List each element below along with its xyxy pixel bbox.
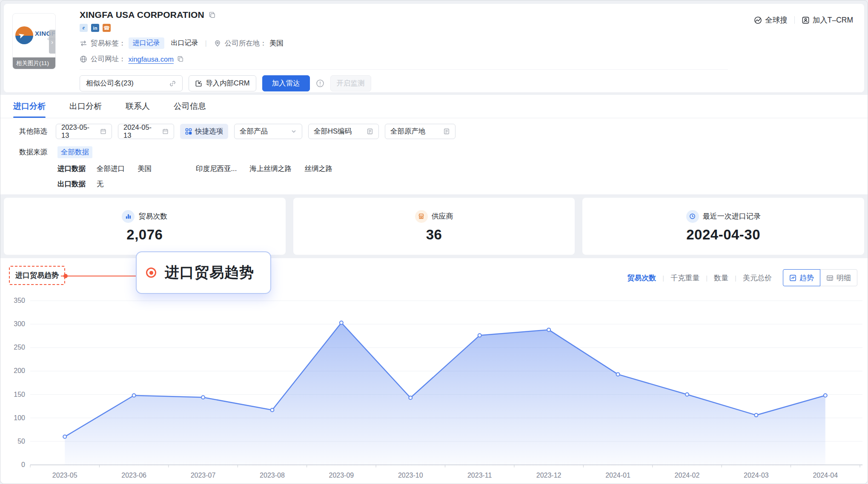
x-tick-label: 2023-08 [260, 472, 285, 479]
info-icon[interactable] [316, 79, 324, 88]
globe-icon [80, 55, 87, 63]
metric-usd-total[interactable]: 美元总价 [743, 273, 772, 283]
origin-select[interactable]: 全部原产地 [385, 124, 455, 139]
x-tick-label: 2024-01 [605, 472, 630, 479]
annotation-title: 进口贸易趋势 [165, 263, 254, 282]
company-logo-card[interactable]: XINGFA GROUP › 相关图片(11) [12, 13, 56, 69]
join-tcrm-label: 加入T–CRM [813, 15, 853, 25]
copy-icon[interactable] [209, 11, 216, 19]
chart-point[interactable] [270, 408, 274, 412]
date-to-input[interactable]: 2024-05-13 [118, 124, 174, 139]
import-item: 海上丝绸之路 [249, 164, 292, 174]
toggle-detail[interactable]: 明细 [820, 269, 857, 286]
import-crm-button[interactable]: 导入内部CRM [189, 75, 256, 91]
add-radar-button[interactable]: 加入雷达 [262, 75, 310, 91]
product-select[interactable]: 全部产品 [234, 124, 302, 139]
chart-point[interactable] [201, 396, 205, 399]
form-icon [443, 128, 450, 135]
location-value: 美国 [269, 39, 284, 48]
exchange-arrows-icon [80, 40, 87, 47]
export-data-label: 出口数据 [57, 179, 97, 189]
global-search-action[interactable]: 全球搜 [754, 15, 788, 25]
import-trend-chart[interactable]: 0501001502002503003502023-052023-062023-… [4, 294, 865, 484]
other-filters-label: 其他筛选 [19, 127, 47, 136]
quick-options-button[interactable]: 快捷选项 [180, 124, 228, 139]
join-tcrm-action[interactable]: 加入T–CRM [802, 15, 853, 25]
toggle-detail-label: 明细 [836, 273, 851, 283]
tab-company-info[interactable]: 公司信息 [174, 95, 206, 118]
chart-title: 进口贸易趋势 [9, 266, 65, 285]
import-item: 美国 [138, 164, 152, 174]
stat-card-suppliers: 供应商 36 [293, 198, 575, 255]
import-data-label: 进口数据 [57, 164, 97, 174]
related-images-label[interactable]: 相关图片(11) [13, 57, 55, 69]
metric-kg-weight[interactable]: 千克重量 [670, 273, 699, 283]
chart-point[interactable] [685, 393, 689, 396]
linkedin-icon[interactable]: in [91, 24, 99, 32]
trade-tags-label: 贸易标签： [91, 39, 126, 48]
tab-import-analysis[interactable]: 进口分析 [13, 95, 46, 118]
export-data-value: 无 [97, 179, 104, 189]
tab-contacts[interactable]: 联系人 [126, 95, 150, 118]
similar-companies-button[interactable]: 相似公司名(23) [80, 75, 183, 91]
export-records-tag[interactable]: 出口记录 [171, 39, 198, 48]
company-website-link[interactable]: xingfausa.com [129, 55, 174, 63]
chart-point[interactable] [616, 373, 620, 376]
link-icon [169, 80, 176, 87]
company-header-card: XINGFA GROUP › 相关图片(11) 全球搜 加入T–CRM XING… [4, 4, 864, 92]
chart-point[interactable] [478, 334, 481, 337]
stat-label: 贸易次数 [138, 211, 167, 221]
chart-point[interactable] [132, 394, 136, 397]
copy-icon[interactable] [177, 56, 184, 63]
import-icon [195, 80, 202, 87]
y-tick-label: 150 [14, 391, 25, 398]
chevron-right-icon[interactable]: › [49, 30, 55, 54]
analysis-section: 进口分析 出口分析 联系人 公司信息 其他筛选 2023-05-13 2024-… [0, 95, 868, 194]
data-source-label: 数据来源 [19, 148, 57, 157]
x-tick-label: 2024-03 [744, 472, 769, 479]
chevron-down-icon [291, 128, 297, 134]
tab-export-analysis[interactable]: 出口分析 [69, 95, 102, 118]
x-tick-label: 2023-06 [121, 472, 146, 479]
chart-point[interactable] [547, 328, 550, 331]
date-from-input[interactable]: 2023-05-13 [56, 124, 112, 139]
start-monitor-button[interactable]: 开启监测 [330, 75, 371, 91]
calendar-icon [162, 128, 169, 135]
website-icon[interactable]: e [80, 24, 88, 32]
metric-quantity[interactable]: 数量 [714, 273, 728, 283]
chart-controls: 贸易次数 | 千克重量 | 数量 | 美元总价 趋势 明细 [627, 269, 857, 286]
hs-code-select[interactable]: 全部HS编码 [308, 124, 379, 139]
origin-value: 全部原产地 [390, 127, 426, 136]
annotation-callout: 进口贸易趋势 [136, 251, 271, 294]
metric-trade-count[interactable]: 贸易次数 [627, 273, 656, 283]
annotation-connector-line [61, 276, 146, 276]
tab-bar: 进口分析 出口分析 联系人 公司信息 [0, 95, 868, 118]
chart-point[interactable] [409, 396, 412, 399]
x-tick-label: 2024-04 [813, 472, 838, 479]
stat-card-last-import: 最近一次进口记录 2024-04-30 [582, 198, 864, 255]
app-window: XINGFA GROUP › 相关图片(11) 全球搜 加入T–CRM XING… [0, 0, 868, 484]
phone-icon[interactable]: ☎ [103, 24, 111, 32]
data-source-block: 数据来源 全部数据 进口数据 全部进口 美国 印度尼西亚... 海上丝绸之路 丝… [19, 146, 868, 189]
x-tick-label: 2023-12 [536, 472, 561, 479]
trend-icon [789, 274, 796, 282]
import-records-tag[interactable]: 进口记录 [129, 37, 164, 49]
y-tick-label: 200 [14, 367, 25, 374]
location-label: 公司所在地： [225, 39, 267, 48]
chart-point[interactable] [824, 394, 827, 397]
y-tick-label: 0 [21, 461, 25, 468]
chart-point[interactable] [754, 413, 758, 417]
toggle-trend[interactable]: 趋势 [783, 269, 820, 286]
chart-point[interactable] [63, 435, 66, 438]
crm-badge-icon [802, 16, 810, 24]
product-select-value: 全部产品 [240, 127, 268, 136]
all-data-tag[interactable]: 全部数据 [57, 146, 92, 158]
stat-card-trade-count: 贸易次数 2,076 [4, 198, 286, 255]
x-tick-label: 2023-05 [52, 472, 77, 479]
chart-point[interactable] [340, 321, 343, 325]
x-tick-label: 2024-02 [675, 472, 700, 479]
y-tick-label: 50 [17, 438, 25, 445]
divider: | [205, 39, 207, 47]
import-item: 全部进口 [97, 164, 125, 174]
company-name: XINGFA USA CORPORATION [80, 10, 204, 20]
